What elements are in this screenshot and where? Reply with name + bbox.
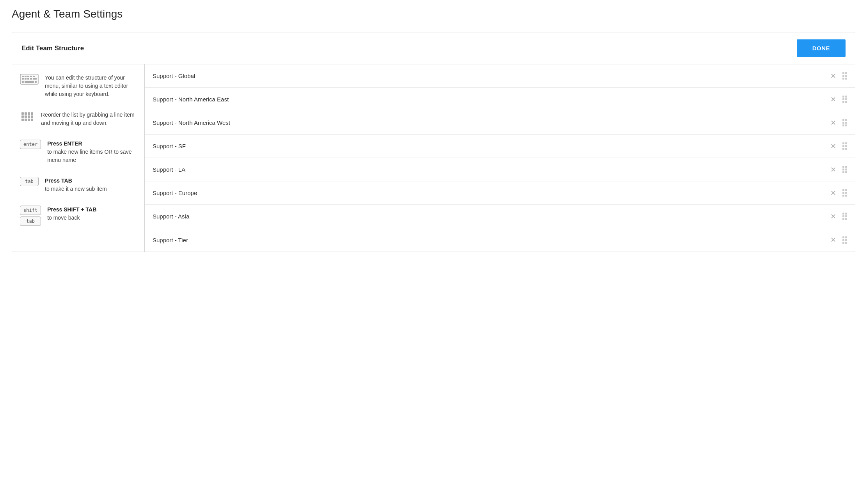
instruction-reorder: Reorder the list by grabbing a line item… <box>20 111 137 127</box>
list-item: Support - Europe ✕ <box>145 181 855 205</box>
svg-rect-8 <box>27 78 29 80</box>
svg-rect-13 <box>35 81 37 83</box>
list-item: Support - SF ✕ <box>145 135 855 158</box>
list-item-label: Support - LA <box>153 166 827 173</box>
grid-drag-icon <box>20 111 35 122</box>
svg-rect-10 <box>33 78 37 80</box>
drag-handle[interactable] <box>842 166 847 173</box>
svg-rect-12 <box>22 81 24 83</box>
card-header-title: Edit Team Structure <box>21 44 84 52</box>
keyboard-icon <box>20 74 39 85</box>
svg-rect-11 <box>25 81 34 83</box>
list-panel: Support - Global ✕ Support - North Ameri… <box>145 64 855 252</box>
list-item-label: Support - SF <box>153 143 827 149</box>
svg-rect-4 <box>30 76 32 77</box>
drag-handle[interactable] <box>842 72 847 80</box>
list-item-label: Support - North America East <box>153 96 827 103</box>
page-title: Agent & Team Settings <box>12 8 855 20</box>
enter-kbd: enter <box>20 140 41 149</box>
instruction-enter: enter Press ENTER to make new line items… <box>20 140 137 164</box>
svg-rect-7 <box>25 78 27 80</box>
tab-key-icon: tab <box>20 177 39 186</box>
instruction-tab-text: Press TAB to make it a new sub item <box>45 177 107 193</box>
list-item-label: Support - North America West <box>153 119 827 126</box>
page-wrapper: Agent & Team Settings Edit Team Structur… <box>0 0 867 504</box>
card-body: You can edit the structure of your menu,… <box>12 64 855 252</box>
instruction-keyboard-edit-text: You can edit the structure of your menu,… <box>45 74 137 98</box>
list-item: Support - Asia ✕ <box>145 205 855 228</box>
svg-rect-6 <box>22 78 24 80</box>
svg-rect-2 <box>25 76 27 77</box>
remove-item-button[interactable]: ✕ <box>827 141 839 151</box>
instruction-shift-tab: shift tab Press SHIFT + TAB to move back <box>20 206 137 226</box>
instruction-keyboard-edit: You can edit the structure of your menu,… <box>20 74 137 98</box>
drag-handle[interactable] <box>842 236 847 244</box>
list-item-label: Support - Europe <box>153 190 827 196</box>
list-item: Support - Global ✕ <box>145 64 855 88</box>
main-card: Edit Team Structure DONE <box>12 32 855 252</box>
remove-item-button[interactable]: ✕ <box>827 94 839 105</box>
remove-item-button[interactable]: ✕ <box>827 235 839 245</box>
drag-handle[interactable] <box>842 96 847 103</box>
list-item-label: Support - Asia <box>153 213 827 220</box>
instructions-panel: You can edit the structure of your menu,… <box>12 64 145 252</box>
remove-item-button[interactable]: ✕ <box>827 188 839 198</box>
remove-item-button[interactable]: ✕ <box>827 211 839 222</box>
remove-item-button[interactable]: ✕ <box>827 71 839 81</box>
tab-kbd-2: tab <box>20 217 41 226</box>
shift-kbd: shift <box>20 206 41 215</box>
list-item: Support - LA ✕ <box>145 158 855 181</box>
tab-kbd: tab <box>20 177 39 186</box>
enter-key-icon: enter <box>20 140 41 149</box>
drag-handle[interactable] <box>842 119 847 126</box>
list-item: Support - North America East ✕ <box>145 88 855 111</box>
remove-item-button[interactable]: ✕ <box>827 165 839 175</box>
instruction-enter-text: Press ENTER to make new line items OR to… <box>47 140 137 164</box>
drag-handle[interactable] <box>842 213 847 220</box>
drag-handle[interactable] <box>842 189 847 197</box>
list-item: Support - Tier ✕ <box>145 228 855 252</box>
instruction-reorder-text: Reorder the list by grabbing a line item… <box>41 111 137 127</box>
done-button[interactable]: DONE <box>797 39 846 57</box>
svg-rect-1 <box>22 76 24 77</box>
instruction-tab: tab Press TAB to make it a new sub item <box>20 177 137 193</box>
card-header: Edit Team Structure DONE <box>12 32 855 64</box>
svg-rect-5 <box>33 76 35 77</box>
instruction-shift-tab-text: Press SHIFT + TAB to move back <box>47 206 96 222</box>
shift-tab-key-icon: shift tab <box>20 206 41 226</box>
list-item-label: Support - Global <box>153 73 827 79</box>
drag-handle[interactable] <box>842 142 847 150</box>
remove-item-button[interactable]: ✕ <box>827 118 839 128</box>
list-item: Support - North America West ✕ <box>145 111 855 135</box>
svg-rect-9 <box>30 78 32 80</box>
svg-rect-3 <box>27 76 29 77</box>
list-item-label: Support - Tier <box>153 237 827 243</box>
